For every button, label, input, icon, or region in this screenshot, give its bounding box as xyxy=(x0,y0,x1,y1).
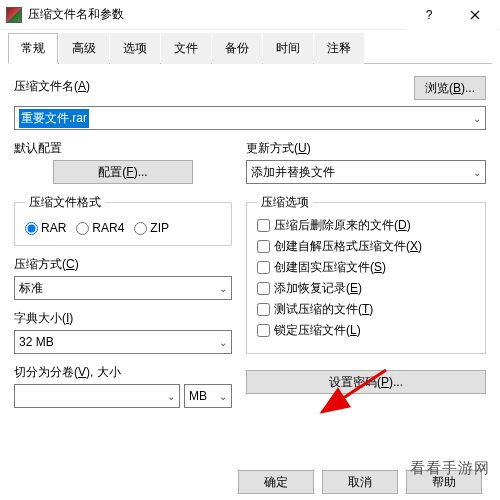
archive-name-input[interactable]: 重要文件.rar ⌄ xyxy=(14,106,486,130)
archive-name-row: 压缩文件名(A) 浏览(B)... xyxy=(14,76,486,100)
update-select[interactable]: 添加并替换文件 ⌄ xyxy=(246,160,486,184)
left-column: 默认配置 配置(F)... 压缩文件格式 RAR RAR4 ZIP 压缩方式(C… xyxy=(14,140,232,418)
profiles-button[interactable]: 配置(F)... xyxy=(53,160,193,184)
close-button[interactable] xyxy=(452,0,498,30)
watermark: 看看手游网 xyxy=(410,459,490,478)
options-group: 压缩选项 压缩后删除原来的文件(D) 创建自解压格式压缩文件(X) 创建固实压缩… xyxy=(246,194,486,354)
tab-pane-general: 压缩文件名(A) 浏览(B)... 重要文件.rar ⌄ 默认配置 配置(F).… xyxy=(0,64,500,426)
format-group: 压缩文件格式 RAR RAR4 ZIP xyxy=(14,194,232,246)
chevron-down-icon: ⌄ xyxy=(219,391,227,402)
ok-button[interactable]: 确定 xyxy=(238,470,314,494)
options-legend: 压缩选项 xyxy=(257,194,313,211)
radio-rar[interactable]: RAR xyxy=(25,221,66,235)
tab-options[interactable]: 选项 xyxy=(110,33,160,64)
set-password-button[interactable]: 设置密码(P)... xyxy=(246,370,486,394)
method-select[interactable]: 标准 ⌄ xyxy=(14,276,232,300)
dialog-window: 压缩文件名和参数 ? 常规 高级 选项 文件 备份 时间 注释 压缩文件名(A)… xyxy=(0,0,500,500)
chevron-down-icon: ⌄ xyxy=(219,283,227,294)
chevron-down-icon: ⌄ xyxy=(473,113,481,124)
tab-files[interactable]: 文件 xyxy=(161,33,211,64)
chk-lock[interactable]: 锁定压缩文件(L) xyxy=(257,322,475,339)
titlebar-buttons: ? xyxy=(406,0,498,30)
window-title: 压缩文件名和参数 xyxy=(28,6,406,23)
chk-recovery[interactable]: 添加恢复记录(E) xyxy=(257,280,475,297)
help-button[interactable]: ? xyxy=(406,0,452,30)
tab-comment[interactable]: 注释 xyxy=(314,33,364,64)
dict-select[interactable]: 32 MB ⌄ xyxy=(14,330,232,354)
split-size-input[interactable]: ⌄ xyxy=(14,384,180,408)
tab-advanced[interactable]: 高级 xyxy=(59,33,109,64)
tab-strip: 常规 高级 选项 文件 备份 时间 注释 xyxy=(8,32,492,64)
radio-rar4[interactable]: RAR4 xyxy=(76,221,124,235)
radio-zip[interactable]: ZIP xyxy=(134,221,169,235)
right-column: 更新方式(U) 添加并替换文件 ⌄ 压缩选项 压缩后删除原来的文件(D) 创建自… xyxy=(246,140,486,418)
tab-backup[interactable]: 备份 xyxy=(212,33,262,64)
chevron-down-icon: ⌄ xyxy=(219,337,227,348)
archive-name-label: 压缩文件名(A) xyxy=(14,78,406,95)
tab-time[interactable]: 时间 xyxy=(263,33,313,64)
chk-sfx[interactable]: 创建自解压格式压缩文件(X) xyxy=(257,238,475,255)
cancel-button[interactable]: 取消 xyxy=(322,470,398,494)
profile-label: 默认配置 xyxy=(14,140,232,157)
titlebar: 压缩文件名和参数 ? xyxy=(0,0,500,30)
dict-label: 字典大小(I) xyxy=(14,310,232,327)
browse-button[interactable]: 浏览(B)... xyxy=(414,76,486,100)
archive-name-value: 重要文件.rar xyxy=(19,109,89,128)
chk-solid[interactable]: 创建固实压缩文件(S) xyxy=(257,259,475,276)
app-icon xyxy=(6,7,22,23)
format-legend: 压缩文件格式 xyxy=(25,194,105,211)
chk-delete-after[interactable]: 压缩后删除原来的文件(D) xyxy=(257,217,475,234)
close-icon xyxy=(470,10,480,20)
split-unit-select[interactable]: MB ⌄ xyxy=(184,384,232,408)
method-label: 压缩方式(C) xyxy=(14,256,232,273)
tab-general[interactable]: 常规 xyxy=(8,33,58,64)
update-label: 更新方式(U) xyxy=(246,140,486,157)
chevron-down-icon: ⌄ xyxy=(473,167,481,178)
split-label: 切分为分卷(V), 大小 xyxy=(14,364,232,381)
chk-test[interactable]: 测试压缩的文件(T) xyxy=(257,301,475,318)
columns: 默认配置 配置(F)... 压缩文件格式 RAR RAR4 ZIP 压缩方式(C… xyxy=(14,140,486,418)
chevron-down-icon: ⌄ xyxy=(167,391,175,402)
